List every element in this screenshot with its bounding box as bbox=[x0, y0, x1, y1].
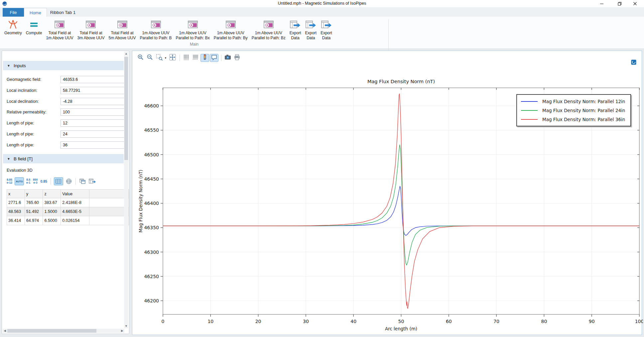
ribbon-group-label: Main bbox=[0, 42, 388, 47]
table-cell: 2771.6 bbox=[7, 198, 25, 207]
scroll-right-arrow[interactable]: ▶ bbox=[120, 329, 124, 333]
ribbon-button-1m-above-uuv-parallel-to-path-bx[interactable]: 1m Above UUV Parallel to Path: Bx bbox=[174, 18, 211, 41]
inputs-section-header[interactable]: ▼ Inputs bbox=[3, 61, 124, 70]
axis-settings-button[interactable] bbox=[182, 54, 191, 62]
legend-label: Mag Flux Density Norm: Parallel 12in bbox=[542, 99, 625, 104]
toolbar-separator bbox=[180, 55, 180, 61]
horizontal-scrollbar[interactable]: ◀ ▶ bbox=[3, 329, 124, 333]
scroll-down-arrow[interactable]: ▼ bbox=[124, 324, 128, 328]
field-input-0[interactable]: 46353.6 bbox=[61, 76, 125, 83]
ribbon-button-label: Total Field at 3m Above UUV bbox=[77, 31, 104, 40]
col-header-empty bbox=[89, 190, 129, 198]
ribbon-button-total-field-at-3m-above-uuv[interactable]: Total Field at 3m Above UUV bbox=[75, 18, 106, 41]
close-button[interactable] bbox=[627, 0, 643, 7]
zoom-in-button[interactable] bbox=[136, 54, 145, 62]
table-cell: 64.974 bbox=[25, 216, 43, 225]
zoom-box-button[interactable] bbox=[155, 54, 164, 62]
dropdown-caret-icon[interactable]: ▼ bbox=[164, 57, 167, 60]
ribbon-button-total-field-at-1m-above-uuv[interactable]: Total Field at 1m Above UUV bbox=[44, 18, 75, 41]
ribbon-button-label: 1m Above UUV Parallel to Path: By bbox=[214, 31, 248, 40]
compute-icon bbox=[29, 19, 39, 31]
print-button[interactable] bbox=[233, 54, 241, 62]
ribbon-button-total-field-at-5m-above-uuv[interactable]: Total Field at 5m Above UUV bbox=[107, 18, 137, 41]
table-view-button[interactable] bbox=[54, 177, 63, 185]
ribbon-button-1m-above-uuv-parallel-to-path-by[interactable]: 1m Above UUV Parallel to Path: By bbox=[212, 18, 249, 41]
zoom-extents-button[interactable] bbox=[168, 54, 177, 62]
copy-table-button[interactable] bbox=[79, 178, 86, 184]
ribbon-button-compute[interactable]: Compute bbox=[24, 18, 44, 36]
comsol-logo-icon[interactable] bbox=[631, 60, 636, 65]
col-header-Value[interactable]: Value bbox=[61, 190, 89, 198]
bfield-section-header[interactable]: ▼ B field [T] bbox=[3, 154, 124, 163]
application-window: Untitled.mph - Magnetic Simulations of I… bbox=[0, 0, 644, 337]
field-input-2[interactable]: -4.28 bbox=[61, 98, 125, 105]
field-label-3: Relative permeability: bbox=[7, 108, 47, 116]
plot-window-icon bbox=[117, 19, 128, 31]
svg-text:46200: 46200 bbox=[144, 298, 159, 303]
camera-icon bbox=[224, 54, 231, 62]
sphere-view-button[interactable] bbox=[65, 178, 72, 185]
ribbon: GeometryComputeTotal Field at 1m Above U… bbox=[0, 17, 644, 49]
full-precision-button[interactable]: 8.85 e-12 bbox=[7, 178, 12, 184]
maximize-button[interactable] bbox=[612, 0, 627, 7]
legend-label: Mag Flux Density Norm: Parallel 24in bbox=[542, 108, 625, 113]
table-cell-empty bbox=[89, 207, 129, 216]
field-input-5[interactable]: 24 bbox=[61, 130, 125, 138]
legend-toggle-button[interactable] bbox=[200, 54, 209, 62]
scientific-notation-button[interactable]: 8.5 e-1 bbox=[26, 178, 30, 184]
ribbon-button-1m-above-uuv-parallel-to-path-bz[interactable]: 1m Above UUV Parallel to Path: Bz bbox=[250, 18, 287, 41]
scroll-left-arrow[interactable]: ◀ bbox=[3, 329, 7, 333]
zoom-out-icon bbox=[146, 54, 154, 62]
field-input-6[interactable]: 36 bbox=[61, 141, 125, 149]
ribbon-button-label: Total Field at 5m Above UUV bbox=[108, 31, 136, 40]
ribbon-button-geometry[interactable]: Geometry bbox=[3, 18, 24, 36]
ribbon-button-label: Export Data bbox=[305, 31, 317, 40]
ribbon-tab-home[interactable]: Home bbox=[24, 8, 47, 17]
ribbon-tab-bar: FileHomeRibbon Tab 1 bbox=[0, 7, 644, 17]
field-input-4[interactable]: 12 bbox=[61, 119, 125, 127]
table-cell: 0.026154 bbox=[61, 216, 89, 225]
evaluation-table[interactable]: xyzValue2771.6765.60383.672.4186E-848.56… bbox=[7, 189, 129, 225]
field-label-0: Geomagnetic field: bbox=[7, 76, 41, 84]
field-input-1[interactable]: 58.77291 bbox=[61, 87, 125, 94]
table-cell: 2.4186E-8 bbox=[61, 198, 89, 207]
vertical-scrollbar[interactable]: ▲ ▼ bbox=[124, 52, 128, 328]
decimal-notation-button[interactable]: 0.85 bbox=[41, 177, 47, 185]
snapshot-button[interactable] bbox=[223, 54, 232, 62]
table-row[interactable]: 48.56351.4921.50004.6653E-5 bbox=[7, 207, 129, 216]
col-header-z[interactable]: z bbox=[43, 190, 61, 198]
ribbon-tab-ribbon-tab-1[interactable]: Ribbon Tab 1 bbox=[45, 8, 81, 17]
zoom-out-button[interactable] bbox=[146, 54, 154, 62]
scroll-up-arrow[interactable]: ▲ bbox=[124, 52, 128, 56]
auto-notation-button[interactable]: AUTO bbox=[15, 177, 24, 185]
plot-title: Mag Flux Density Norm (nT) bbox=[367, 79, 435, 84]
graphics-panel: ▼ 01020304050607080901004620046250463004… bbox=[132, 51, 642, 335]
table-row[interactable]: 2771.6765.60383.672.4186E-8 bbox=[7, 198, 129, 207]
vertical-scroll-thumb[interactable] bbox=[124, 57, 128, 160]
tooltip-toggle-button[interactable] bbox=[210, 54, 218, 62]
ribbon-button-export-data[interactable]: Export Data bbox=[319, 18, 334, 41]
minimize-button[interactable] bbox=[594, 0, 609, 7]
x-axis-title: Arc length (m) bbox=[385, 326, 417, 331]
horizontal-scroll-thumb[interactable] bbox=[7, 329, 96, 333]
engineering-notation-button[interactable]: 850 e-3 bbox=[33, 178, 38, 184]
col-header-x[interactable]: x bbox=[7, 190, 25, 198]
field-input-3[interactable]: 100 bbox=[61, 108, 125, 116]
ribbon-tab-file[interactable]: File bbox=[3, 8, 24, 17]
table-row[interactable]: 36.41464.9746.50000.026154 bbox=[7, 216, 129, 225]
plot-window-icon bbox=[85, 19, 96, 31]
table-cell: 36.414 bbox=[7, 216, 25, 225]
field-label-6: Length of pipe: bbox=[7, 141, 34, 149]
ribbon-button-export-data[interactable]: Export Data bbox=[303, 18, 318, 41]
export-window-icon bbox=[290, 19, 301, 31]
svg-text:90: 90 bbox=[589, 319, 595, 324]
col-header-y[interactable]: y bbox=[25, 190, 43, 198]
legend-label: Mag Flux Density Norm: Parallel 36in bbox=[542, 117, 625, 122]
table-header-row: xyzValue bbox=[7, 190, 129, 198]
field-label-2: Local declination: bbox=[7, 97, 39, 105]
ribbon-button-1m-above-uuv-parallel-to-path-b[interactable]: 1m Above UUV Parallel to Path: B bbox=[138, 18, 174, 41]
plot-legend: Mag Flux Density Norm: Parallel 12inMag … bbox=[516, 94, 631, 126]
grid-button[interactable] bbox=[191, 54, 200, 62]
export-table-button[interactable] bbox=[88, 178, 96, 184]
ribbon-button-export-data[interactable]: Export Data bbox=[288, 18, 303, 41]
